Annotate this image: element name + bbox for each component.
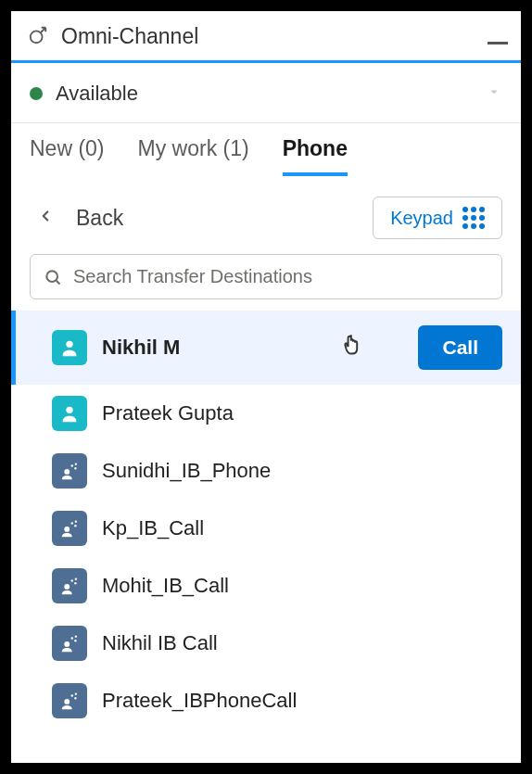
call-button[interactable]: Call (418, 325, 502, 370)
svg-point-16 (75, 577, 77, 579)
destination-row[interactable]: Prateek Gupta (11, 385, 521, 442)
svg-point-0 (31, 31, 43, 43)
search-field[interactable] (30, 254, 502, 299)
pointer-cursor-icon (342, 332, 366, 363)
tab-phone[interactable]: Phone (283, 136, 348, 176)
svg-point-22 (71, 694, 73, 696)
user-avatar-icon (52, 330, 87, 365)
destination-list: Nikhil MCallPrateek GuptaSunidhi_IB_Phon… (11, 311, 521, 730)
destination-row[interactable]: Kp_IB_Call (11, 500, 521, 557)
queue-avatar-icon (52, 568, 87, 603)
svg-point-9 (64, 527, 70, 532)
queue-avatar-icon (52, 511, 87, 546)
keypad-button[interactable]: Keypad (373, 197, 502, 239)
svg-point-6 (71, 464, 73, 466)
svg-point-19 (74, 640, 76, 641)
svg-line-2 (57, 280, 60, 284)
svg-point-4 (66, 407, 72, 413)
svg-point-20 (75, 635, 77, 637)
panel-title: Omni-Channel (61, 24, 475, 49)
tab-new[interactable]: New (0) (30, 136, 105, 176)
destination-row[interactable]: Prateek_IBPhoneCall (11, 672, 521, 730)
svg-point-3 (66, 341, 72, 348)
destination-name: Nikhil M (102, 336, 180, 360)
queue-avatar-icon (52, 683, 87, 718)
search-icon (44, 268, 62, 286)
destination-row[interactable]: Nikhil MCall (11, 311, 521, 385)
destination-name: Prateek Gupta (102, 401, 234, 425)
svg-point-18 (71, 637, 73, 639)
svg-point-7 (74, 467, 76, 469)
titlebar: Omni-Channel (11, 11, 521, 63)
search-container (11, 254, 521, 311)
omni-channel-panel: Omni-Channel Available New (0) My work (… (11, 11, 521, 763)
nav-row: Back Keypad (11, 176, 521, 254)
user-avatar-icon (52, 396, 87, 431)
svg-point-15 (74, 582, 76, 584)
svg-point-13 (64, 584, 70, 590)
tab-my-work[interactable]: My work (1) (138, 136, 249, 176)
svg-point-21 (64, 699, 70, 704)
back-chevron-icon[interactable] (37, 208, 54, 228)
search-input[interactable] (73, 266, 488, 287)
destination-name: Kp_IB_Call (102, 516, 204, 540)
destination-name: Prateek_IBPhoneCall (102, 689, 297, 713)
presence-status[interactable]: Available (11, 63, 521, 123)
destination-row[interactable]: Sunidhi_IB_Phone (11, 442, 521, 500)
destination-row[interactable]: Nikhil IB Call (11, 615, 521, 672)
status-dot (30, 87, 43, 100)
svg-point-23 (74, 697, 76, 699)
keypad-icon (462, 207, 485, 229)
back-button[interactable]: Back (76, 206, 350, 231)
svg-point-11 (74, 525, 76, 527)
svg-point-5 (64, 469, 70, 475)
svg-point-12 (75, 520, 77, 522)
svg-point-10 (71, 522, 73, 524)
destination-name: Sunidhi_IB_Phone (102, 459, 271, 483)
keypad-label: Keypad (390, 208, 453, 229)
omni-channel-icon (28, 25, 48, 49)
queue-avatar-icon (52, 453, 87, 489)
status-text: Available (56, 82, 138, 106)
destination-name: Mohit_IB_Call (102, 574, 229, 598)
tabs: New (0) My work (1) Phone (11, 123, 521, 176)
svg-point-17 (64, 641, 70, 647)
svg-point-24 (75, 692, 77, 694)
minimize-button[interactable] (488, 42, 508, 44)
destination-row[interactable]: Mohit_IB_Call (11, 557, 521, 615)
svg-point-1 (46, 271, 57, 282)
svg-point-14 (71, 579, 73, 581)
destination-name: Nikhil IB Call (102, 631, 218, 655)
queue-avatar-icon (52, 626, 87, 661)
svg-point-8 (75, 463, 77, 464)
chevron-down-icon (486, 83, 502, 104)
